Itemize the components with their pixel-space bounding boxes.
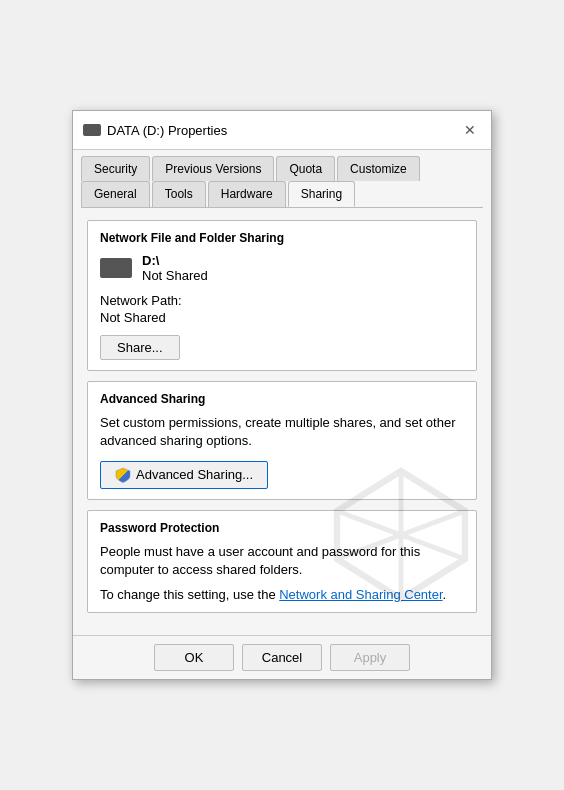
tab-previous-versions[interactable]: Previous Versions <box>152 156 274 181</box>
tab-hardware[interactable]: Hardware <box>208 181 286 207</box>
close-button[interactable]: ✕ <box>459 119 481 141</box>
tab-quota[interactable]: Quota <box>276 156 335 181</box>
apply-button[interactable]: Apply <box>330 644 410 671</box>
advanced-sharing-button[interactable]: Advanced Sharing... <box>100 461 268 489</box>
password-protection-description: People must have a user account and pass… <box>100 543 464 579</box>
ok-button[interactable]: OK <box>154 644 234 671</box>
tabs-container: Security Previous Versions Quota Customi… <box>73 150 491 207</box>
advanced-sharing-description: Set custom permissions, create multiple … <box>100 414 464 450</box>
cancel-button[interactable]: Cancel <box>242 644 322 671</box>
advanced-sharing-section: Advanced Sharing Set custom permissions,… <box>87 381 477 499</box>
tab-customize[interactable]: Customize <box>337 156 420 181</box>
network-sharing-section: Network File and Folder Sharing D:\ Not … <box>87 220 477 371</box>
password-link-text: To change this setting, use the Network … <box>100 587 464 602</box>
network-sharing-center-link[interactable]: Network and Sharing Center <box>279 587 442 602</box>
drive-status: Not Shared <box>142 268 208 283</box>
title-bar: DATA (D:) Properties ✕ <box>73 111 491 150</box>
advanced-sharing-button-label: Advanced Sharing... <box>136 467 253 482</box>
tab-sharing[interactable]: Sharing <box>288 181 355 207</box>
password-protection-section: Password Protection People must have a u… <box>87 510 477 613</box>
link-intro: To change this setting, use the <box>100 587 279 602</box>
link-trail: . <box>443 587 447 602</box>
shield-uac-icon <box>115 467 131 483</box>
tabs-row-1: Security Previous Versions Quota Customi… <box>81 156 483 181</box>
drive-icon-large <box>100 258 132 278</box>
drive-info-text: D:\ Not Shared <box>142 253 208 283</box>
share-button[interactable]: Share... <box>100 335 180 360</box>
tabs-row-2: General Tools Hardware Sharing <box>81 181 483 207</box>
tab-security[interactable]: Security <box>81 156 150 181</box>
network-sharing-title: Network File and Folder Sharing <box>100 231 464 245</box>
main-content: Network File and Folder Sharing D:\ Not … <box>73 208 491 635</box>
network-path-value: Not Shared <box>100 310 464 325</box>
password-protection-title: Password Protection <box>100 521 464 535</box>
tab-tools[interactable]: Tools <box>152 181 206 207</box>
drive-info-row: D:\ Not Shared <box>100 253 464 283</box>
drive-path: D:\ <box>142 253 208 268</box>
network-path-label: Network Path: <box>100 293 464 308</box>
advanced-sharing-title: Advanced Sharing <box>100 392 464 406</box>
dialog-title: DATA (D:) Properties <box>107 123 227 138</box>
tab-general[interactable]: General <box>81 181 150 207</box>
dialog-footer: OK Cancel Apply <box>73 635 491 679</box>
drive-icon <box>83 124 101 136</box>
